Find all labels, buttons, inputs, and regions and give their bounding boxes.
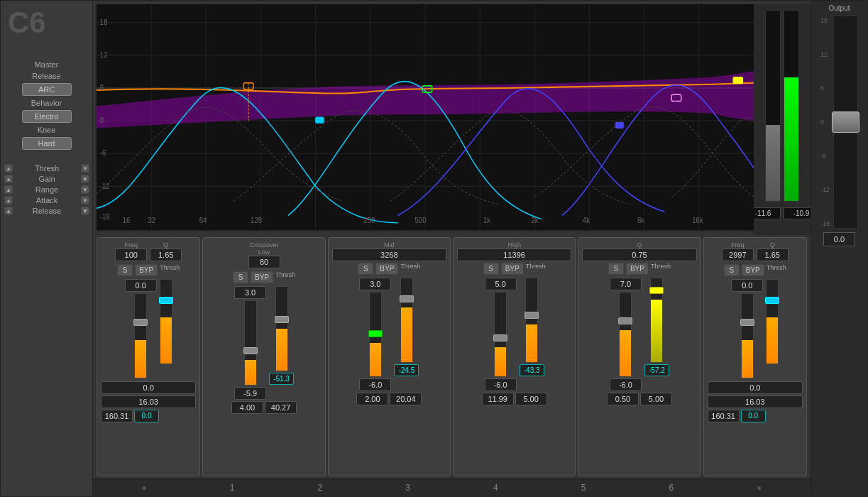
band6-fader1-thumb[interactable]: [740, 319, 754, 326]
release-up-btn[interactable]: ▲: [4, 207, 13, 215]
band6-fader2-track[interactable]: [766, 279, 779, 364]
band6-byp-btn[interactable]: BYP: [742, 264, 764, 276]
band3-val3[interactable]: 2.00: [356, 393, 388, 405]
band1-attack-val[interactable]: 16.03: [101, 395, 196, 408]
band2-val2[interactable]: -5.9: [234, 387, 266, 400]
band4-val4[interactable]: 5.00: [515, 393, 547, 405]
band5-db-val[interactable]: -57.2: [644, 364, 669, 376]
meter-values: -11.6 -10.9: [745, 205, 819, 219]
attack-down-btn[interactable]: ▼: [81, 196, 89, 204]
output-value[interactable]: 0.0: [823, 232, 855, 246]
band3-freq-value[interactable]: 3268: [332, 248, 446, 261]
band6-thresh-val[interactable]: 0.0: [731, 279, 763, 292]
band5-solo-btn[interactable]: S: [608, 263, 624, 275]
svg-text:12: 12: [100, 51, 108, 59]
band3-thresh-val[interactable]: 3.0: [359, 278, 391, 290]
band1-thresh-val[interactable]: 0.0: [125, 279, 157, 292]
band2-val4[interactable]: 40.27: [265, 401, 297, 414]
band6-fader2-group: [766, 279, 779, 378]
band6-fader1-track[interactable]: [741, 293, 754, 378]
output-fader-thumb[interactable]: [832, 111, 859, 133]
band6-thresh-label: Thresh: [767, 264, 786, 276]
band5-thresh-val[interactable]: 7.0: [610, 278, 642, 290]
band4-byp-btn[interactable]: BYP: [501, 263, 524, 275]
band1-fader2-thumb[interactable]: [159, 297, 173, 304]
band5-fader2-thumb[interactable]: [649, 287, 664, 294]
band4-val3[interactable]: 11.99: [482, 393, 514, 405]
band4-fader2-thumb[interactable]: [524, 312, 539, 319]
hard-button[interactable]: Hard: [22, 137, 72, 150]
thresh-up-btn[interactable]: ▲: [4, 164, 13, 173]
gain-row: ▲ Gain ▼: [4, 175, 89, 183]
band2-val3[interactable]: 4.00: [231, 401, 263, 414]
band2-fader2-thumb[interactable]: [275, 316, 289, 323]
band6-q-value[interactable]: 1.65: [757, 248, 789, 261]
band1-fader1-thumb[interactable]: [133, 319, 148, 326]
band3-val4[interactable]: 20.04: [390, 393, 422, 405]
band3-fader1-track[interactable]: [369, 292, 382, 377]
band4-solo-btn[interactable]: S: [483, 263, 499, 275]
band3-fader2-thumb[interactable]: [400, 295, 414, 302]
band4-db-val[interactable]: -43.3: [520, 364, 544, 376]
band4-fader2-track[interactable]: [525, 278, 538, 363]
band1-fader1-track[interactable]: [134, 293, 147, 378]
band2-byp-btn[interactable]: BYP: [251, 271, 273, 283]
arc-button[interactable]: ARC: [22, 83, 72, 96]
band1-fader2-track[interactable]: [160, 279, 172, 364]
output-fader-track[interactable]: [833, 16, 858, 229]
thresh-down-btn[interactable]: ▼: [81, 164, 89, 173]
band3-fader1-thumb[interactable]: [368, 330, 383, 337]
band3-solo-btn[interactable]: S: [358, 263, 373, 275]
band2-db-val[interactable]: -51.3: [269, 373, 294, 385]
band5-q-label: Q: [582, 241, 696, 248]
band6-gain-val[interactable]: 0.0: [708, 381, 803, 394]
band1-release-right[interactable]: 0.0: [134, 410, 159, 422]
range-up-btn[interactable]: ▲: [4, 185, 13, 194]
band5-byp-btn[interactable]: BYP: [626, 263, 649, 275]
band5-fader1-track[interactable]: [619, 292, 632, 377]
release-down-btn[interactable]: ▼: [81, 207, 89, 215]
band6-solo-btn[interactable]: S: [724, 264, 740, 276]
band4-val2[interactable]: -6.0: [485, 378, 517, 391]
band5-fader2-track[interactable]: [650, 278, 663, 363]
band1-byp-btn[interactable]: BYP: [135, 264, 158, 276]
band2-thresh-val[interactable]: 3.0: [234, 286, 266, 299]
band3-db-val[interactable]: -24.5: [394, 364, 419, 376]
range-down-btn[interactable]: ▼: [81, 185, 89, 194]
band6-fader2-thumb[interactable]: [765, 297, 779, 304]
attack-up-btn[interactable]: ▲: [4, 196, 13, 204]
eq-display[interactable]: 18 12 6 0 -6 -12 -18 16 32 64 128 250 50…: [97, 4, 754, 231]
band4-freq-value[interactable]: 11396: [457, 248, 571, 261]
band3-val2[interactable]: -6.0: [359, 378, 391, 391]
gain-up-btn[interactable]: ▲: [4, 175, 13, 183]
band6-release-right[interactable]: 0.0: [741, 410, 766, 422]
band1-gain-val[interactable]: 0.0: [101, 381, 196, 394]
band5-val2[interactable]: -6.0: [610, 378, 642, 391]
band2-fader2-track[interactable]: [275, 286, 288, 371]
band5-fader1-thumb[interactable]: [618, 317, 632, 324]
band3-thresh-label: Thresh: [400, 263, 420, 275]
band3-fader2-track[interactable]: [400, 278, 413, 363]
band1-solo-btn[interactable]: S: [117, 264, 133, 276]
gain-down-btn[interactable]: ▼: [81, 175, 89, 183]
band5-header: Q 0.75: [582, 241, 696, 261]
band1-freq-value[interactable]: 100: [115, 248, 147, 261]
band2-fader1-track[interactable]: [244, 300, 257, 386]
band2-solo-btn[interactable]: S: [233, 271, 248, 283]
band4-thresh-val[interactable]: 5.0: [485, 278, 517, 290]
band6-attack-val[interactable]: 16.03: [708, 395, 803, 408]
band1-release-val[interactable]: 160.31: [101, 410, 133, 422]
band4-fader1-thumb[interactable]: [493, 334, 507, 342]
band6-release-val[interactable]: 160.31: [708, 410, 740, 422]
band5-freq-value[interactable]: 0.75: [582, 248, 696, 261]
band2-low-value[interactable]: 80: [248, 256, 280, 268]
band2-fader1-thumb[interactable]: [243, 347, 258, 354]
band2-thresh-label: Thresh: [275, 271, 295, 283]
electro-button[interactable]: Electro: [22, 110, 72, 123]
band5-val4[interactable]: 5.00: [640, 393, 672, 405]
band3-byp-btn[interactable]: BYP: [375, 263, 398, 275]
band5-val3[interactable]: 0.50: [607, 393, 639, 405]
band6-freq-value[interactable]: 2997: [722, 248, 754, 261]
band1-q-value[interactable]: 1.65: [150, 248, 182, 261]
band4-fader1-track[interactable]: [494, 292, 507, 377]
